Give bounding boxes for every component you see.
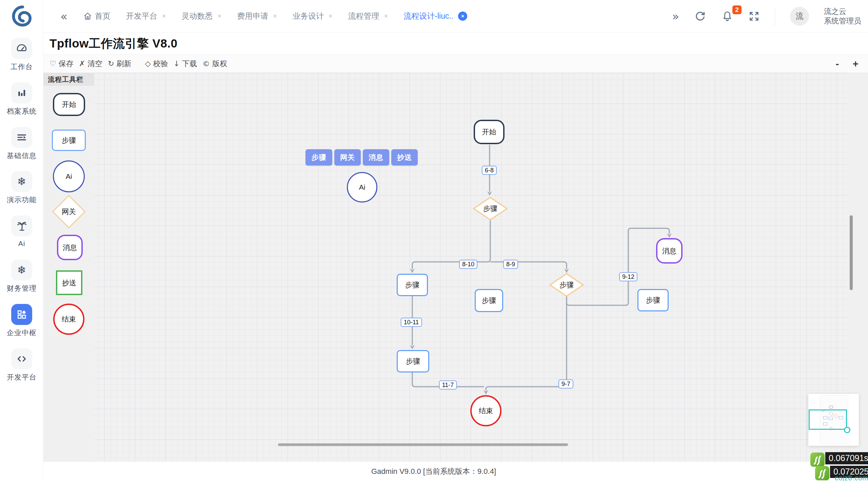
sidebar-item-basic-info[interactable]: 基础信息 (0, 127, 43, 160)
step-node-13[interactable]: 步骤 (475, 289, 503, 312)
app-logo-icon[interactable] (11, 5, 32, 27)
sidebar-item-archive[interactable]: 档案系统 (0, 82, 43, 116)
zoom-in-button[interactable]: + (852, 58, 859, 70)
message-node[interactable]: 消息 (656, 238, 683, 264)
clear-button[interactable]: ✗清空 (79, 59, 102, 69)
edge-label-6-8[interactable]: 6-8 (482, 166, 497, 175)
tab-home[interactable]: 首页 (83, 11, 111, 21)
flow-edges-layer (43, 73, 868, 461)
swirl-logo-icon (11, 5, 32, 27)
version-text: Gadmin V9.0.0 [当前系统版本：9.0.4] (371, 466, 496, 477)
copyright-icon: © (202, 59, 210, 68)
end-node[interactable]: 结束 (470, 395, 501, 426)
node-label: Ai (359, 183, 366, 191)
popup-add-message-button[interactable]: 消息 (363, 149, 389, 166)
popup-add-step-button[interactable]: 步骤 (305, 149, 332, 166)
user-org: 流之云 (824, 7, 846, 16)
popup-add-gateway-button[interactable]: 网关 (334, 149, 361, 166)
node-label: 步骤 (405, 280, 419, 290)
copyright-button[interactable]: ©版权 (202, 59, 227, 69)
tab-process-mgmt[interactable]: 流程管理 × (348, 11, 388, 21)
vertical-scrollbar[interactable] (850, 215, 853, 290)
close-tab-icon[interactable]: × (162, 12, 166, 20)
step-node-11[interactable]: 步骤 (397, 350, 429, 372)
gateway9-label[interactable]: 步骤 (559, 280, 574, 290)
popup-button-label: 网关 (340, 153, 355, 162)
start-node[interactable]: 开始 (474, 120, 505, 144)
close-active-tab-icon[interactable]: × (458, 12, 467, 21)
tab-dev-platform[interactable]: 开发平台 × (126, 11, 166, 21)
sidebar-item-workbench[interactable]: 工作台 (0, 38, 43, 72)
user-role: 系统管理员 (824, 17, 861, 25)
refresh-button[interactable]: ↻刷新 (108, 59, 131, 69)
user-avatar[interactable]: 流 (790, 7, 809, 26)
tab-label: 开发平台 (126, 11, 157, 21)
horizontal-scrollbar[interactable] (278, 443, 568, 446)
palette-end-shape[interactable]: 结束 (53, 304, 84, 335)
thinkphp-flame-icon (810, 452, 825, 467)
sidebar-item-label: 基础信息 (7, 151, 37, 160)
step-node-12[interactable]: 步骤 (637, 289, 669, 311)
popup-button-label: 抄送 (397, 153, 412, 162)
palette-step-shape[interactable]: 步骤 (52, 130, 86, 151)
tab-business-design[interactable]: 业务设计 × (293, 11, 333, 21)
gateway8-label[interactable]: 步骤 (483, 204, 497, 213)
minimap-resize-handle[interactable] (844, 427, 850, 433)
sidebar-item-dev-platform[interactable]: 开发平台 (0, 348, 43, 382)
collapse-tabs-icon[interactable]: « (60, 11, 67, 22)
down-arrow-icon: ↓ (174, 59, 180, 68)
download-button[interactable]: ↓下载 (174, 59, 197, 69)
bar-chart-icon (11, 82, 32, 103)
tab-lingdong[interactable]: 灵动数悉 × (182, 11, 222, 21)
close-tab-icon[interactable]: × (218, 12, 222, 20)
main-area: « 首页 开发平台 × 灵动数悉 × 费用申请 × 业务设计 × (43, 0, 868, 481)
app-window: 工作台 档案系统 基础信息 ❄ 演示功能 Ai (0, 0, 868, 481)
close-tab-icon[interactable]: × (273, 12, 277, 20)
close-tab-icon[interactable]: × (329, 12, 333, 20)
flow-canvas[interactable]: 流程工具栏 开始 步骤 Ai 网关 消息 抄送 结束 (43, 73, 868, 461)
palette-start-shape[interactable]: 开始 (53, 93, 85, 116)
sidebar-item-enterprise-hub[interactable]: 企业中枢 (0, 304, 43, 338)
fullscreen-icon[interactable] (748, 11, 760, 22)
refresh-icon[interactable] (694, 10, 706, 22)
edge-label-11-7[interactable]: 11-7 (439, 381, 457, 390)
tab-expense[interactable]: 费用申请 × (237, 11, 277, 21)
notifications-bell-icon[interactable]: 2 (721, 10, 733, 22)
close-tab-icon[interactable]: × (384, 12, 388, 20)
zoom-controls: - + (835, 58, 859, 70)
edge-label-8-10[interactable]: 8-10 (459, 260, 477, 269)
minimap-viewport[interactable] (809, 409, 847, 430)
ai-node[interactable]: Ai (347, 172, 377, 203)
edge-label-8-9[interactable]: 8-9 (503, 260, 518, 269)
popup-button-label: 步骤 (312, 153, 327, 162)
sidebar-item-ai[interactable]: Ai (0, 215, 43, 248)
snowflake-icon: ❄ (11, 259, 32, 281)
palette-ai-shape[interactable]: Ai (53, 160, 85, 192)
step-node-10[interactable]: 步骤 (397, 274, 428, 296)
list-arrow-icon (11, 127, 32, 148)
code-icon (11, 348, 32, 369)
edge-label-9-7[interactable]: 9-7 (558, 380, 573, 389)
tab-process-design-active[interactable]: 流程设计-liuc.. × (403, 11, 467, 21)
expand-tabs-icon[interactable]: » (672, 11, 679, 22)
popup-add-copy-button[interactable]: 抄送 (391, 149, 418, 166)
sidebar-item-label: 财务管理 (7, 284, 37, 293)
edge-label-10-11[interactable]: 10-11 (401, 318, 422, 327)
save-button[interactable]: ♡保存 (50, 59, 74, 69)
sidebar-item-label: 工作台 (11, 62, 33, 72)
palette-shape-label: 结束 (62, 314, 76, 324)
palette-copy-shape[interactable]: 抄送 (56, 270, 82, 295)
sidebar-item-demo[interactable]: ❄ 演示功能 (0, 171, 43, 205)
palm-tree-icon (11, 215, 32, 236)
validate-button[interactable]: ◇校验 (145, 59, 168, 69)
x-mark-icon: ✗ (79, 59, 85, 68)
user-name[interactable]: 流之云 系统管理员 (824, 7, 861, 26)
diamond-icon: ◇ (145, 59, 151, 68)
notification-count-badge: 2 (732, 5, 742, 14)
palette-message-shape[interactable]: 消息 (57, 235, 83, 260)
sidebar-item-finance[interactable]: ❄ 财务管理 (0, 259, 43, 293)
node-label: 步骤 (482, 296, 496, 305)
title-bar: Tpflow工作流引擎 V8.0 (43, 33, 868, 54)
zoom-out-button[interactable]: - (835, 58, 839, 70)
edge-label-9-12[interactable]: 9-12 (619, 272, 637, 282)
